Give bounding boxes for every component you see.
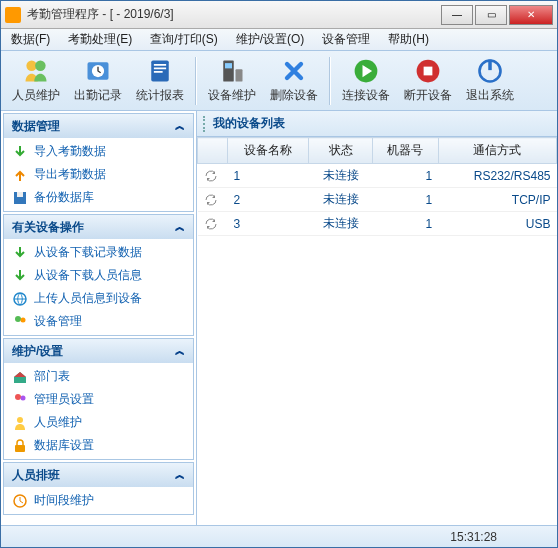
cell-name: 3 [228, 212, 309, 236]
maximize-button[interactable]: ▭ [475, 5, 507, 25]
device-table-wrap: 设备名称 状态 机器号 通信方式 1未连接1RS232/RS485 2未连接1T… [197, 137, 557, 525]
personnel-label: 人员维护 [34, 414, 82, 431]
cell-mid: 1 [373, 212, 438, 236]
admin-setting[interactable]: 管理员设置 [4, 388, 193, 411]
chevron-up-icon: ︽ [175, 119, 185, 133]
svg-point-22 [21, 395, 26, 400]
import-attendance[interactable]: 导入考勤数据 [4, 140, 193, 163]
people-icon [22, 57, 50, 85]
people-small-icon [12, 314, 28, 330]
device-mgmt-label: 设备管理 [34, 313, 82, 330]
col-mid[interactable]: 机器号 [373, 138, 438, 164]
window-buttons: ― ▭ ✕ [441, 5, 553, 25]
minimize-button[interactable]: ― [441, 5, 473, 25]
acc-hdr-maint[interactable]: 维护/设置︽ [4, 339, 193, 363]
menu-data[interactable]: 数据(F) [7, 29, 54, 50]
table-row[interactable]: 1未连接1RS232/RS485 [198, 164, 557, 188]
menu-help[interactable]: 帮助(H) [384, 29, 433, 50]
admin-label: 管理员设置 [34, 391, 94, 408]
title-bar: 考勤管理程序 - [ - 2019/6/3] ― ▭ ✕ [1, 1, 557, 29]
refresh-icon [204, 217, 218, 231]
tb-device[interactable]: 设备维护 [201, 54, 263, 108]
backup-label: 备份数据库 [34, 189, 94, 206]
device-table: 设备名称 状态 机器号 通信方式 1未连接1RS232/RS485 2未连接1T… [197, 137, 557, 236]
chevron-up-icon: ︽ [175, 344, 185, 358]
svg-rect-7 [154, 71, 163, 73]
tb-people[interactable]: 人员维护 [5, 54, 67, 108]
chevron-up-icon: ︽ [175, 220, 185, 234]
tb-delete-label: 删除设备 [270, 87, 318, 104]
acc-items-shift: 时间段维护 [4, 487, 193, 514]
export-attendance[interactable]: 导出考勤数据 [4, 163, 193, 186]
table-row[interactable]: 3未连接1USB [198, 212, 557, 236]
cell-status: 未连接 [309, 188, 373, 212]
acc-items-maint: 部门表 管理员设置 人员维护 数据库设置 [4, 363, 193, 459]
col-icon[interactable] [198, 138, 228, 164]
device-icon [218, 57, 246, 85]
menu-device[interactable]: 设备管理 [318, 29, 374, 50]
tb-delete[interactable]: 删除设备 [263, 54, 325, 108]
acc-hdr-device[interactable]: 有关设备操作︽ [4, 215, 193, 239]
svg-rect-6 [154, 68, 166, 70]
menu-bar: 数据(F) 考勤处理(E) 查询/打印(S) 维护/设置(O) 设备管理 帮助(… [1, 29, 557, 51]
cell-name: 2 [228, 188, 309, 212]
acc-hdr-data[interactable]: 数据管理︽ [4, 114, 193, 138]
chevron-up-icon: ︽ [175, 468, 185, 482]
upload-personnel[interactable]: 上传人员信息到设备 [4, 287, 193, 310]
acc-maint: 维护/设置︽ 部门表 管理员设置 人员维护 数据库设置 [3, 338, 194, 460]
right-panel: 我的设备列表 设备名称 状态 机器号 通信方式 1未连接1RS232/RS485… [197, 111, 557, 525]
menu-attendance[interactable]: 考勤处理(E) [64, 29, 136, 50]
tb-report[interactable]: 统计报表 [129, 54, 191, 108]
backup-db[interactable]: 备份数据库 [4, 186, 193, 209]
close-button[interactable]: ✕ [509, 5, 553, 25]
acc-items-data: 导入考勤数据 导出考勤数据 备份数据库 [4, 138, 193, 211]
timeslot-maint[interactable]: 时间段维护 [4, 489, 193, 512]
up-arrow-icon [12, 167, 28, 183]
col-status[interactable]: 状态 [309, 138, 373, 164]
toolbar-sep-2 [329, 57, 331, 105]
dl-personnel-label: 从设备下载人员信息 [34, 267, 142, 284]
tb-report-label: 统计报表 [136, 87, 184, 104]
svg-rect-5 [154, 64, 166, 66]
upload-label: 上传人员信息到设备 [34, 290, 142, 307]
svg-rect-9 [225, 63, 232, 68]
col-comm[interactable]: 通信方式 [438, 138, 556, 164]
dl-personnel[interactable]: 从设备下载人员信息 [4, 264, 193, 287]
tb-clock-label: 出勤记录 [74, 87, 122, 104]
table-row[interactable]: 2未连接1TCP/IP [198, 188, 557, 212]
device-mgmt[interactable]: 设备管理 [4, 310, 193, 333]
menu-maint[interactable]: 维护/设置(O) [232, 29, 309, 50]
personnel-maint[interactable]: 人员维护 [4, 411, 193, 434]
timeslot-label: 时间段维护 [34, 492, 94, 509]
mgr-icon [12, 392, 28, 408]
lock-icon [12, 438, 28, 454]
menu-query[interactable]: 查询/打印(S) [146, 29, 221, 50]
report-icon [146, 57, 174, 85]
tb-disconnect[interactable]: 断开设备 [397, 54, 459, 108]
cell-mid: 1 [373, 164, 438, 188]
acc-hdr-maint-label: 维护/设置 [12, 343, 63, 360]
clock-icon [84, 57, 112, 85]
dept-label: 部门表 [34, 368, 70, 385]
right-tab[interactable]: 我的设备列表 [197, 111, 557, 137]
tb-device-label: 设备维护 [208, 87, 256, 104]
grip-icon [203, 116, 207, 132]
acc-shift: 人员排班︽ 时间段维护 [3, 462, 194, 515]
acc-hdr-shift[interactable]: 人员排班︽ [4, 463, 193, 487]
dept-table[interactable]: 部门表 [4, 365, 193, 388]
db-setting[interactable]: 数据库设置 [4, 434, 193, 457]
refresh-icon [204, 193, 218, 207]
tb-exit[interactable]: 退出系统 [459, 54, 521, 108]
tb-clock[interactable]: 出勤记录 [67, 54, 129, 108]
status-time: 15:31:28 [450, 530, 497, 544]
col-name[interactable]: 设备名称 [228, 138, 309, 164]
tb-connect[interactable]: 连接设备 [335, 54, 397, 108]
dl-records-label: 从设备下载记录数据 [34, 244, 142, 261]
svg-point-20 [21, 317, 26, 322]
svg-rect-24 [15, 445, 25, 452]
time-icon [12, 493, 28, 509]
app-window: 考勤管理程序 - [ - 2019/6/3] ― ▭ ✕ 数据(F) 考勤处理(… [0, 0, 558, 548]
svg-rect-15 [488, 60, 492, 71]
dl-records[interactable]: 从设备下载记录数据 [4, 241, 193, 264]
down-arrow-icon [12, 245, 28, 261]
